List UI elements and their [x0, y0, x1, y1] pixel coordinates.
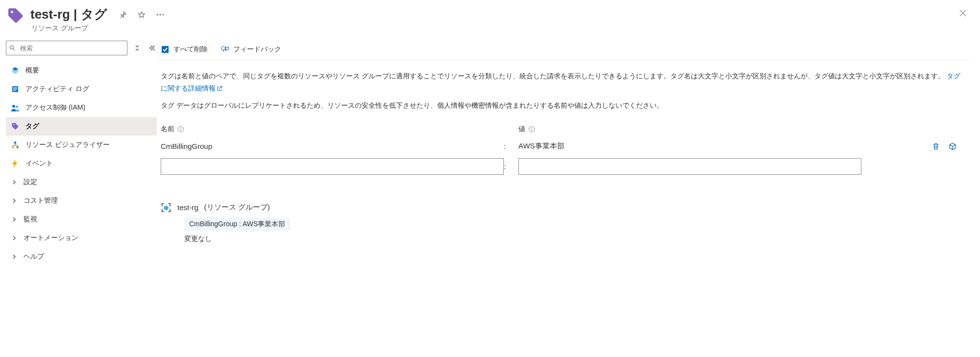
close-button[interactable] — [956, 6, 970, 21]
sidebar-group-automation[interactable]: オートメーション — [6, 229, 157, 247]
svg-rect-19 — [180, 129, 181, 131]
sidebar-group-label: 設定 — [24, 178, 37, 187]
value-header: 値 — [518, 125, 525, 134]
svg-point-2 — [159, 14, 161, 16]
more-button[interactable] — [155, 10, 165, 20]
sidebar-item-label: タグ — [25, 122, 39, 131]
summary-block: test-rg (リソース グループ) CmBillingGroup : AWS… — [157, 188, 970, 258]
tag-value-input[interactable] — [518, 158, 861, 175]
sidebar-item-label: アクティビティ ログ — [25, 85, 89, 94]
description-warning: タグ データはグローバルにレプリケートされるため、リソースの安全性を低下させたり… — [161, 99, 966, 112]
toolbar: すべて削除 フィードバック — [157, 39, 970, 60]
svg-point-11 — [13, 124, 14, 125]
tag-input-row: : — [161, 154, 966, 179]
sidebar-group-settings[interactable]: 設定 — [6, 173, 157, 191]
svg-point-9 — [12, 105, 15, 108]
tag-row: CmBillingGroup : AWS事業本部 — [161, 139, 966, 154]
delete-tag-button[interactable] — [931, 142, 941, 151]
separator: : — [504, 162, 518, 170]
svg-point-10 — [16, 106, 19, 108]
main-content: すべて削除 フィードバック タグは名前と値のペアで、同じタグを複数のリソースやリ… — [157, 37, 980, 268]
sidebar-group-help[interactable]: ヘルプ — [6, 247, 157, 266]
svg-point-18 — [180, 127, 181, 128]
chevron-right-icon — [11, 197, 18, 204]
info-icon[interactable] — [528, 126, 535, 133]
svg-point-21 — [531, 127, 532, 128]
svg-point-16 — [221, 47, 225, 50]
svg-rect-8 — [13, 90, 16, 91]
sidebar-search — [6, 41, 127, 55]
sidebar-item-label: 概要 — [25, 66, 39, 75]
svg-point-3 — [162, 14, 164, 16]
collapse-sidebar-button[interactable] — [147, 43, 157, 53]
search-input[interactable] — [6, 41, 127, 55]
feedback-icon — [220, 45, 229, 54]
hierarchy-icon — [11, 141, 20, 149]
pin-button[interactable] — [118, 10, 128, 20]
info-icon[interactable] — [177, 126, 184, 133]
feedback-button[interactable]: フィードバック — [220, 39, 281, 60]
sidebar-item-label: リソース ビジュアライザー — [25, 141, 110, 149]
sidebar-group-label: オートメーション — [24, 234, 78, 242]
sidebar-item-label: イベント — [25, 159, 53, 168]
svg-point-1 — [156, 14, 158, 16]
external-link-icon — [217, 86, 222, 92]
toolbar-label: すべて削除 — [173, 45, 208, 54]
resource-group-icon — [161, 202, 172, 213]
sidebar-item-resource-visualizer[interactable]: リソース ビジュアライザー — [6, 136, 157, 154]
chevron-right-icon — [11, 235, 18, 241]
sidebar-group-label: 監視 — [24, 215, 37, 224]
tag-grid-header: 名前 値 — [161, 125, 966, 139]
summary-tag-chip: CmBillingGroup : AWS事業本部 — [184, 218, 290, 231]
chevron-right-icon — [11, 216, 18, 223]
cube-icon — [11, 66, 20, 75]
svg-point-0 — [11, 11, 13, 13]
svg-point-4 — [10, 46, 13, 49]
svg-rect-14 — [17, 146, 19, 148]
svg-rect-6 — [13, 88, 17, 88]
summary-resource-name: test-rg — [177, 203, 198, 212]
svg-rect-13 — [12, 146, 14, 148]
expand-toggle[interactable] — [132, 43, 142, 53]
sidebar-item-iam[interactable]: アクセス制御 (IAM) — [6, 98, 157, 117]
tag-name-input[interactable] — [161, 158, 504, 175]
svg-rect-12 — [14, 142, 16, 143]
sidebar-item-overview[interactable]: 概要 — [6, 61, 157, 80]
favorite-button[interactable] — [137, 10, 147, 20]
tag-icon — [6, 6, 25, 25]
svg-rect-22 — [531, 129, 532, 131]
tag-name: CmBillingGroup — [161, 142, 504, 150]
page-title: test-rg | タグ — [30, 6, 107, 23]
copy-tag-button[interactable] — [948, 142, 957, 151]
sidebar-item-activity-log[interactable]: アクティビティ ログ — [6, 80, 157, 98]
sidebar: 概要 アクティビティ ログ アクセス制御 (IAM) タグ — [0, 37, 157, 268]
description-text: タグは名前と値のペアで、同じタグを複数のリソースやリソース グループに適用するこ… — [161, 72, 945, 80]
sidebar-item-tags[interactable]: タグ — [6, 117, 157, 136]
page-header: test-rg | タグ リソース グループ — [0, 0, 980, 37]
sidebar-group-label: コスト管理 — [24, 196, 58, 205]
tag-icon — [11, 122, 20, 131]
search-icon — [9, 45, 16, 51]
sidebar-group-label: ヘルプ — [24, 252, 44, 261]
sidebar-item-events[interactable]: イベント — [6, 154, 157, 173]
people-icon — [11, 103, 20, 112]
sidebar-item-label: アクセス制御 (IAM) — [25, 103, 85, 112]
separator: : — [504, 142, 518, 150]
sidebar-group-cost[interactable]: コスト管理 — [6, 191, 157, 210]
summary-no-change: 変更なし — [184, 235, 966, 243]
tag-value: AWS事業本部 — [518, 142, 564, 151]
chevron-right-icon — [11, 179, 18, 186]
page-subtitle: リソース グループ — [31, 24, 107, 33]
name-header: 名前 — [161, 125, 174, 134]
log-icon — [11, 85, 20, 94]
svg-rect-7 — [13, 89, 17, 89]
description: タグは名前と値のペアで、同じタグを複数のリソースやリソース グループに適用するこ… — [157, 60, 970, 116]
tag-grid: 名前 値 CmBillingGroup : — [157, 116, 970, 188]
bolt-icon — [11, 159, 20, 168]
toolbar-label: フィードバック — [233, 45, 281, 54]
chevron-right-icon — [11, 253, 18, 260]
delete-all-button[interactable]: すべて削除 — [161, 39, 208, 60]
sidebar-group-monitor[interactable]: 監視 — [6, 210, 157, 229]
checkbox-icon — [161, 45, 170, 54]
summary-resource-type: (リソース グループ) — [204, 203, 270, 212]
